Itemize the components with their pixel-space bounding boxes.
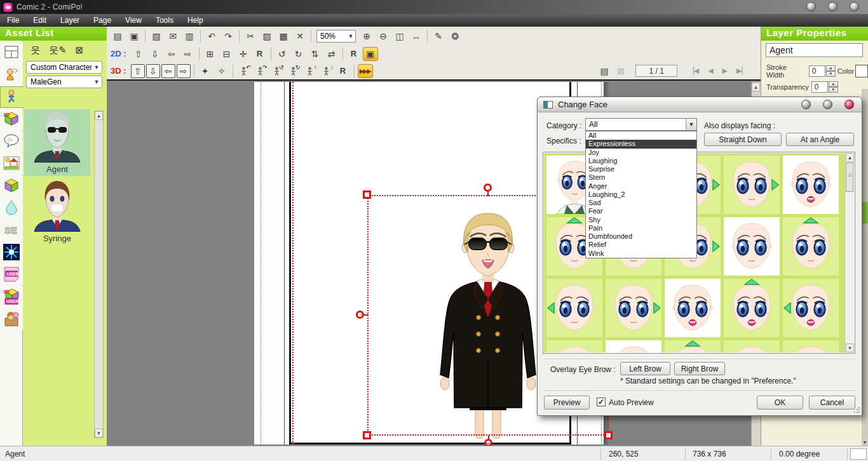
at-an-angle-button[interactable]: At an Angle bbox=[786, 133, 854, 146]
prev-page-button[interactable]: ◀ bbox=[708, 67, 713, 75]
scroll-up-icon[interactable]: ▲ bbox=[752, 83, 760, 91]
face-cell-4[interactable] bbox=[724, 156, 780, 214]
tilt-up-button[interactable]: ↑ bbox=[302, 64, 318, 78]
layer-name-input[interactable]: Agent bbox=[766, 43, 863, 57]
redo-button[interactable]: ↷ bbox=[220, 29, 236, 43]
asset-list-scrollbar[interactable]: ▲ ▼ bbox=[94, 110, 104, 438]
dropdown-option-pain[interactable]: Pain bbox=[586, 224, 696, 232]
down3-button[interactable]: ⇩ bbox=[146, 64, 160, 78]
sidebar-tab-3d-model[interactable]: 3D bbox=[0, 109, 23, 130]
face-cell-11[interactable] bbox=[546, 279, 602, 337]
dropdown-option-joy[interactable]: Joy bbox=[586, 149, 696, 157]
rotate-cw-button[interactable]: ↻ bbox=[291, 47, 306, 61]
resize-grip[interactable] bbox=[853, 407, 860, 413]
dialog-close-button[interactable] bbox=[844, 100, 854, 109]
sidebar-tab-user-image[interactable]: USER bbox=[0, 264, 23, 286]
minimize-button[interactable] bbox=[806, 2, 816, 11]
post-web-button[interactable]: ✉ bbox=[165, 29, 180, 43]
turn-l-button[interactable]: ↶ bbox=[236, 64, 252, 78]
selection-handle-left[interactable] bbox=[356, 311, 364, 319]
reset-button[interactable]: R bbox=[252, 47, 268, 61]
rotate-handle-top[interactable] bbox=[484, 184, 492, 192]
sidebar-tab-panel-layout[interactable] bbox=[0, 42, 23, 63]
face-cell-9[interactable] bbox=[724, 217, 780, 276]
left-button[interactable]: ⇦ bbox=[164, 47, 179, 61]
right-button[interactable]: ⇨ bbox=[180, 47, 196, 61]
auto-preview-checkbox[interactable]: ✓ bbox=[597, 398, 606, 406]
spin-down-icon[interactable]: ▼ bbox=[829, 87, 838, 93]
preview-button[interactable]: Preview bbox=[544, 396, 590, 410]
flip-h-button[interactable]: ⇄ bbox=[324, 47, 339, 61]
flip-v-button[interactable]: ⇅ bbox=[308, 47, 323, 61]
undo-button[interactable]: ↶ bbox=[204, 29, 219, 43]
asset-subcategory-select[interactable]: MaleGen ▼ bbox=[26, 76, 102, 88]
asset-item-syringe[interactable]: Syringe bbox=[24, 178, 90, 245]
rotate-ccw-button[interactable]: ↺ bbox=[275, 47, 290, 61]
face-cell-10[interactable] bbox=[783, 217, 839, 276]
scroll-down-icon[interactable]: ▼ bbox=[846, 344, 854, 352]
face-cell-19[interactable] bbox=[724, 340, 780, 352]
sidebar-tab-character-pose[interactable] bbox=[0, 86, 24, 108]
face-cell-17[interactable] bbox=[606, 340, 661, 352]
new-page-button[interactable]: ▤ bbox=[597, 64, 612, 78]
contract3-button[interactable]: ✧ bbox=[214, 64, 229, 78]
right-brow-button[interactable]: Right Brow bbox=[674, 362, 725, 375]
turn-r-button[interactable]: ↷ bbox=[253, 64, 268, 78]
save-button[interactable]: ▣ bbox=[126, 29, 142, 43]
face-grid-scrollbar[interactable]: ▲ ▼ bbox=[844, 153, 854, 352]
sidebar-tab-background[interactable] bbox=[0, 153, 23, 175]
delete-asset-icon[interactable]: ⊠ bbox=[76, 44, 84, 57]
face-cell-16[interactable] bbox=[546, 340, 602, 352]
menu-file[interactable]: File bbox=[0, 14, 26, 27]
reset-button[interactable]: R bbox=[336, 64, 351, 78]
spin-l-button[interactable]: ↺ bbox=[269, 64, 285, 78]
dropdown-option-relief[interactable]: Relief bbox=[586, 241, 696, 249]
asset-category-select[interactable]: Custom Character ▼ bbox=[26, 61, 102, 74]
face-cell-13[interactable] bbox=[665, 279, 721, 337]
color-swatch[interactable] bbox=[855, 65, 868, 77]
sidebar-tab-sound-effect[interactable]: SE bbox=[0, 220, 23, 241]
spin-up-icon[interactable]: ▲ bbox=[826, 65, 836, 71]
sidebar-tab-item[interactable] bbox=[0, 197, 23, 219]
selection-handle-bottomright[interactable] bbox=[604, 431, 613, 439]
face-cell-5[interactable] bbox=[783, 156, 839, 214]
sidebar-tab-character[interactable] bbox=[0, 64, 23, 86]
sidebar-tab-3d-item[interactable] bbox=[0, 175, 23, 197]
cancel-button[interactable]: Cancel bbox=[809, 396, 855, 410]
scrollbar-thumb[interactable] bbox=[862, 202, 868, 224]
dropdown-option-fear[interactable]: Fear bbox=[586, 207, 696, 215]
select-tool-button[interactable]: ✎ bbox=[431, 29, 446, 43]
menu-layer[interactable]: Layer bbox=[53, 14, 86, 27]
fit-page-button[interactable]: ◫ bbox=[392, 29, 407, 43]
face-cell-12[interactable] bbox=[606, 279, 661, 337]
copy-button[interactable]: ▨ bbox=[259, 29, 275, 43]
delete-button[interactable]: ✕ bbox=[292, 29, 308, 43]
reset-rotation-button[interactable]: R bbox=[346, 47, 362, 61]
menu-view[interactable]: View bbox=[118, 14, 149, 27]
up3-button[interactable]: ⇧ bbox=[131, 64, 145, 78]
next-page-button[interactable]: ▶ bbox=[722, 67, 728, 75]
scroll-up-icon[interactable]: ▲ bbox=[846, 153, 854, 162]
spin-r-button[interactable]: ↻ bbox=[286, 64, 301, 78]
edit-character-icon[interactable]: 웃✎ bbox=[49, 44, 67, 57]
first-page-button[interactable]: ▕◀ bbox=[688, 67, 699, 75]
dropdown-option-laughing[interactable]: Laughing bbox=[586, 157, 696, 165]
zoom-in-button[interactable]: ⊕ bbox=[359, 29, 374, 43]
dropdown-option-dumbfounded[interactable]: Dumbfounded bbox=[586, 232, 696, 241]
category-select[interactable]: All ▼ bbox=[585, 118, 697, 131]
left3-button[interactable]: ⇦ bbox=[161, 64, 175, 78]
face-cell-20[interactable] bbox=[783, 340, 839, 352]
zoom-out-button[interactable]: ⊖ bbox=[376, 29, 391, 43]
asset-item-agent[interactable]: Agent bbox=[24, 109, 90, 176]
sidebar-tab-effect[interactable] bbox=[0, 242, 23, 264]
selection-handle-topleft[interactable] bbox=[363, 190, 371, 199]
scale-up-button[interactable]: ⊞ bbox=[203, 47, 218, 61]
dialog-titlebar[interactable]: Change Face bbox=[538, 97, 862, 112]
dropdown-option-sad[interactable]: Sad bbox=[586, 199, 696, 207]
right-panel-scrollbar[interactable]: ▼ bbox=[862, 89, 868, 446]
spin-up-icon[interactable]: ▲ bbox=[829, 81, 838, 87]
dropdown-option-laughing_2[interactable]: Laughing_2 bbox=[586, 190, 696, 199]
scroll-down-icon[interactable]: ▼ bbox=[95, 429, 103, 438]
group-settings-button[interactable]: ❂ bbox=[447, 29, 463, 43]
scrollbar-thumb[interactable] bbox=[846, 163, 853, 192]
